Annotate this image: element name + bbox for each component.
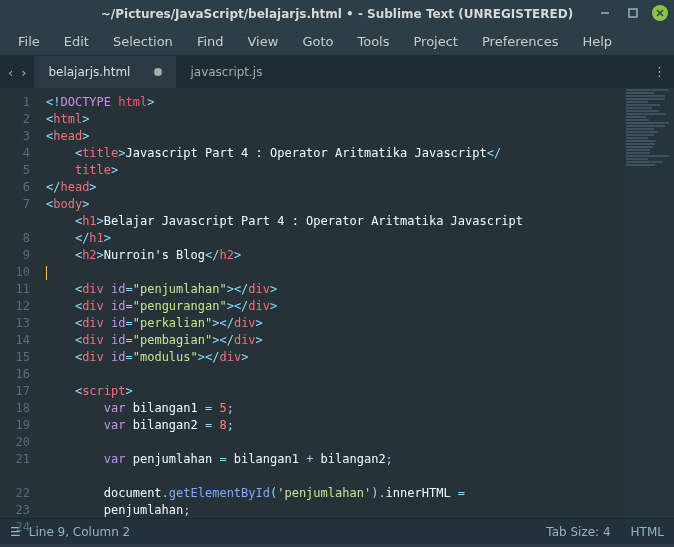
minimap[interactable] <box>624 88 674 518</box>
tab-belajarjs-html[interactable]: belajarjs.html <box>34 56 176 88</box>
menu-edit[interactable]: Edit <box>54 30 99 53</box>
menu-help[interactable]: Help <box>572 30 622 53</box>
line-number: 6 <box>0 179 30 196</box>
token: = <box>458 486 465 500</box>
code-line[interactable] <box>46 434 670 451</box>
menu-selection[interactable]: Selection <box>103 30 183 53</box>
minimize-button[interactable] <box>596 4 614 22</box>
editor[interactable]: 1234567 89101112131415161718192021 22232… <box>0 88 674 518</box>
code-line[interactable]: <head> <box>46 128 670 145</box>
token: div <box>234 333 256 347</box>
token: > <box>89 180 96 194</box>
code-line[interactable]: <title>Javascript Part 4 : Operator Arit… <box>46 145 670 162</box>
line-number: 1 <box>0 94 30 111</box>
token: div <box>219 350 241 364</box>
token: > <box>82 112 89 126</box>
token: 8 <box>219 418 226 432</box>
token: </ <box>487 146 501 160</box>
menu-view[interactable]: View <box>238 30 289 53</box>
token: > <box>270 282 277 296</box>
tab-forward-icon[interactable]: › <box>19 63 28 82</box>
token: var <box>104 452 126 466</box>
token: id <box>111 299 125 313</box>
code-line[interactable]: var bilangan2 = 8; <box>46 417 670 434</box>
line-number <box>0 213 30 230</box>
token: > <box>118 146 125 160</box>
code-line[interactable]: <div id="modulus"></div> <box>46 349 670 366</box>
token <box>46 333 75 347</box>
token <box>46 231 75 245</box>
menu-find[interactable]: Find <box>187 30 234 53</box>
code-line[interactable]: </head> <box>46 179 670 196</box>
tab-label: belajarjs.html <box>48 65 130 79</box>
code-line[interactable]: <body> <box>46 196 670 213</box>
code-line[interactable] <box>46 264 670 281</box>
line-number: 22 <box>0 485 30 502</box>
token: ; <box>386 452 393 466</box>
token: div <box>248 282 270 296</box>
token: id <box>111 350 125 364</box>
code-line[interactable]: var penjumlahan = bilangan1 + bilangan2; <box>46 451 670 468</box>
code-line[interactable]: <div id="perkalian"></div> <box>46 315 670 332</box>
code-line[interactable]: document.getElementById('penjumlahan').i… <box>46 485 670 502</box>
close-button[interactable] <box>652 5 668 21</box>
line-number: 7 <box>0 196 30 213</box>
token: bilangan2 <box>125 418 204 432</box>
token: div <box>82 316 104 330</box>
tab-label: javascript.js <box>190 65 262 79</box>
code-line[interactable]: <div id="pembagian"></div> <box>46 332 670 349</box>
code-line[interactable]: var bilangan1 = 5; <box>46 400 670 417</box>
token: = <box>126 299 133 313</box>
menu-goto[interactable]: Goto <box>292 30 343 53</box>
code-line[interactable]: <!DOCTYPE html> <box>46 94 670 111</box>
token: id <box>111 333 125 347</box>
code-line[interactable]: <script> <box>46 383 670 400</box>
token: body <box>53 197 82 211</box>
token: </ <box>46 180 60 194</box>
token: = <box>126 350 133 364</box>
token <box>46 384 75 398</box>
token <box>46 418 104 432</box>
line-number: 11 <box>0 281 30 298</box>
line-number: 3 <box>0 128 30 145</box>
line-number: 13 <box>0 315 30 332</box>
tab-more-icon[interactable]: ⋮ <box>653 64 666 79</box>
code-line[interactable]: <h1>Belajar Javascript Part 4 : Operator… <box>46 213 670 230</box>
menu-file[interactable]: File <box>8 30 50 53</box>
token: ; <box>183 503 190 517</box>
code-line[interactable]: <html> <box>46 111 670 128</box>
token: ; <box>227 401 234 415</box>
code-line[interactable]: </h1> <box>46 230 670 247</box>
maximize-button[interactable] <box>624 4 642 22</box>
menubar: FileEditSelectionFindViewGotoToolsProjec… <box>0 28 674 56</box>
menu-preferences[interactable]: Preferences <box>472 30 568 53</box>
tab-back-icon[interactable]: ‹ <box>6 63 15 82</box>
token: > <box>82 129 89 143</box>
code-line[interactable] <box>46 468 670 485</box>
status-tab-size[interactable]: Tab Size: 4 <box>546 525 610 539</box>
window-title: ~/Pictures/JavaScript/belajarjs.html • -… <box>101 7 573 21</box>
line-number: 4 <box>0 145 30 162</box>
status-syntax[interactable]: HTML <box>631 525 664 539</box>
line-number: 21 <box>0 451 30 468</box>
token: h1 <box>82 214 96 228</box>
token: bilangan2 <box>313 452 385 466</box>
token: div <box>82 299 104 313</box>
line-number: 19 <box>0 417 30 434</box>
line-number: 8 <box>0 230 30 247</box>
token: div <box>82 282 104 296</box>
token: head <box>53 129 82 143</box>
code-line[interactable]: penjumlahan; <box>46 502 670 518</box>
code-line[interactable]: <div id="pengurangan"></div> <box>46 298 670 315</box>
cursor-icon <box>46 266 47 280</box>
token: document <box>46 486 162 500</box>
code-line[interactable]: <div id="penjumlahan"></div> <box>46 281 670 298</box>
menu-tools[interactable]: Tools <box>347 30 399 53</box>
code-area[interactable]: <!DOCTYPE html><html><head> <title>Javas… <box>38 88 674 518</box>
menu-project[interactable]: Project <box>403 30 467 53</box>
tab-javascript-js[interactable]: javascript.js <box>176 56 276 88</box>
code-line[interactable] <box>46 366 670 383</box>
token: > <box>97 214 104 228</box>
code-line[interactable]: <h2>Nurroin's Blog</h2> <box>46 247 670 264</box>
code-line[interactable]: title> <box>46 162 670 179</box>
